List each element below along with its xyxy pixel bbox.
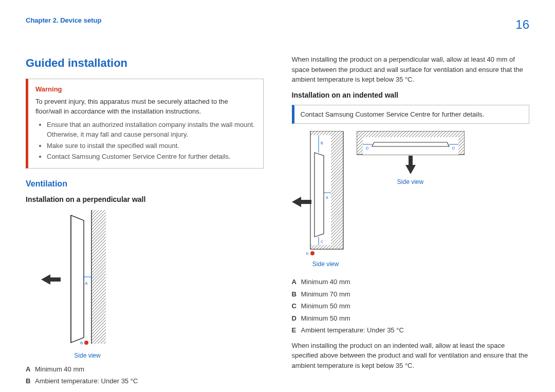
warning-body: To prevent injury, this apparatus must b…	[35, 97, 256, 117]
legend-key: B	[26, 376, 35, 386]
indented-heading: Installation on an indented wall	[292, 90, 530, 101]
legend-value: Minimum 40 mm	[35, 365, 84, 373]
warning-bullet: Ensure that an authorized installation c…	[47, 120, 256, 140]
indented-legend: AMinimum 40 mm BMinimum 70 mm CMinimum 5…	[292, 277, 530, 335]
side-view-label: Side view	[305, 259, 346, 269]
legend-row: DMinimum 50 mm	[292, 313, 530, 324]
perpendicular-legend: AMinimum 40 mm BAmbient temperature: Und…	[26, 364, 264, 386]
arrow-left-icon	[292, 197, 301, 207]
info-box: Contact Samsung Customer Service Centre …	[292, 105, 530, 124]
indented-diagrams: B A C E Side view	[292, 131, 530, 273]
svg-rect-11	[310, 131, 343, 135]
svg-text:A: A	[326, 196, 328, 199]
legend-value: Ambient temperature: Under 35 °C	[35, 377, 138, 385]
svg-point-8	[84, 341, 88, 345]
legend-value: Minimum 40 mm	[301, 278, 350, 286]
right-column: When installing the product on a perpend…	[292, 54, 530, 388]
legend-row: AMinimum 40 mm	[292, 277, 530, 287]
indented-top-view: D D Side view	[357, 131, 465, 191]
arrow-left-icon	[41, 274, 50, 285]
ventilation-heading: Ventilation	[26, 178, 264, 190]
legend-key: C	[292, 301, 301, 311]
warning-bullet: Contact Samsung Customer Service Centre …	[47, 152, 256, 162]
side-view-label: Side view	[357, 177, 465, 186]
svg-marker-2	[71, 215, 84, 343]
indented-top-view-svg: D D	[357, 131, 465, 156]
svg-text:C: C	[321, 240, 323, 244]
legend-row: BAmbient temperature: Under 35 °C	[26, 376, 264, 386]
legend-key: A	[292, 277, 301, 287]
svg-rect-12	[310, 245, 343, 249]
svg-marker-29	[372, 142, 449, 146]
perpendicular-diagram: A B	[41, 210, 264, 349]
chapter-label: Chapter 2. Device setup	[26, 15, 101, 26]
svg-text:B: B	[321, 141, 323, 145]
perpendicular-paragraph: When installing the product on a perpend…	[292, 54, 530, 85]
page-number: 16	[515, 15, 529, 34]
arrow-down-icon	[405, 165, 416, 174]
indented-side-view-svg: B A C E	[305, 131, 346, 259]
legend-key: B	[292, 289, 301, 300]
legend-value: Minimum 50 mm	[301, 302, 350, 310]
legend-row: EAmbient temperature: Under 35 °C	[292, 325, 530, 335]
legend-key: E	[292, 325, 301, 335]
svg-text:E: E	[306, 252, 309, 255]
svg-point-22	[310, 251, 314, 255]
svg-marker-15	[314, 153, 324, 237]
header: Chapter 2. Device setup 16	[26, 15, 529, 34]
svg-text:D: D	[452, 146, 455, 150]
legend-value: Minimum 70 mm	[301, 290, 350, 298]
svg-rect-25	[357, 131, 363, 155]
warning-title: Warning	[35, 84, 256, 95]
svg-text:A: A	[85, 281, 88, 286]
svg-text:D: D	[366, 146, 368, 150]
legend-key: D	[292, 313, 301, 324]
svg-rect-24	[357, 131, 465, 137]
content-columns: Guided installation Warning To prevent i…	[26, 54, 529, 388]
svg-text:B: B	[80, 341, 83, 345]
legend-row: AMinimum 40 mm	[26, 364, 264, 375]
warning-box: Warning To prevent injury, this apparatu…	[26, 79, 264, 169]
legend-row: BMinimum 70 mm	[292, 289, 530, 300]
legend-value: Minimum 50 mm	[301, 314, 350, 322]
svg-rect-0	[91, 210, 106, 344]
indented-paragraph: When installing the product on an indent…	[292, 341, 530, 371]
info-note: Contact Samsung Customer Service Centre …	[301, 110, 485, 118]
perpendicular-heading: Installation on a perpendicular wall	[26, 194, 264, 205]
warning-bullet: Make sure to install the specified wall …	[47, 141, 256, 151]
perpendicular-side-view-svg: A B	[55, 210, 117, 349]
svg-rect-10	[331, 131, 343, 249]
legend-value: Ambient temperature: Under 35 °C	[301, 326, 404, 334]
legend-row: CMinimum 50 mm	[292, 301, 530, 311]
left-column: Guided installation Warning To prevent i…	[26, 54, 264, 388]
legend-key: A	[26, 364, 35, 375]
svg-rect-26	[458, 131, 465, 155]
warning-bullets: Ensure that an authorized installation c…	[35, 120, 256, 162]
section-title: Guided installation	[26, 54, 264, 71]
side-view-label: Side view	[57, 351, 118, 360]
